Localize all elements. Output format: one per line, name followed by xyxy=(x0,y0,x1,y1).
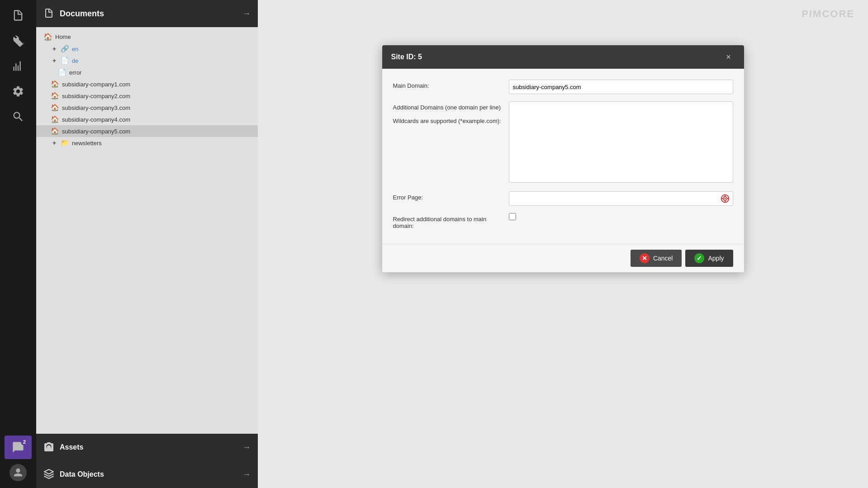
documents-panel: Documents → 🏠 Home + 🔗 en + 📄 de 📄 error xyxy=(36,0,258,488)
panel-header: Documents → xyxy=(36,0,258,27)
tree-item-label: Home xyxy=(55,33,71,40)
house-icon: 🏠 xyxy=(51,80,59,88)
redirect-field xyxy=(509,213,733,220)
tree-item-error[interactable]: 📄 error xyxy=(36,66,258,78)
assets-panel-item[interactable]: Assets → xyxy=(36,434,258,461)
sidebar-icon-chart[interactable] xyxy=(5,54,32,78)
cancel-icon: ✕ xyxy=(640,253,650,263)
chat-badge-count: 2 xyxy=(21,438,28,445)
tree-item-label: subsidiary-company3.com xyxy=(62,104,130,111)
sidebar-bottom: 2 xyxy=(0,436,36,488)
plus-icon[interactable]: + xyxy=(51,57,58,64)
redirect-checkbox-wrapper xyxy=(509,213,733,220)
sidebar-icon-settings[interactable] xyxy=(5,80,32,103)
document-tree: 🏠 Home + 🔗 en + 📄 de 📄 error 🏠 subsidiar… xyxy=(36,27,258,434)
main-domain-field xyxy=(509,80,733,94)
tree-item-de[interactable]: + 📄 de xyxy=(36,55,258,66)
additional-domains-label: Additional Domains (one domain per line)… xyxy=(393,101,502,124)
page-icon: 📄 xyxy=(58,68,66,76)
tree-item-label: subsidiary-company1.com xyxy=(62,81,130,88)
target-icon[interactable] xyxy=(721,194,730,203)
sidebar-icon-user[interactable] xyxy=(5,461,32,484)
house-icon: 🏠 xyxy=(51,115,59,123)
error-page-label: Error Page: xyxy=(393,191,502,201)
modal-footer: ✕ Cancel ✓ Apply xyxy=(382,244,744,272)
redirect-row: Redirect additional domains to main doma… xyxy=(393,213,733,229)
assets-arrow: → xyxy=(242,443,251,452)
tree-item-label: subsidiary-company5.com xyxy=(62,128,130,135)
tree-item-sub2[interactable]: 🏠 subsidiary-company2.com xyxy=(36,90,258,102)
additional-domains-row: Additional Domains (one domain per line)… xyxy=(393,101,733,184)
tree-item-label: newsletters xyxy=(72,140,102,147)
house-icon: 🏠 xyxy=(51,92,59,100)
modal-header: Site ID: 5 × xyxy=(382,45,744,69)
additional-domains-field xyxy=(509,101,733,184)
main-domain-input[interactable] xyxy=(509,80,733,94)
icon-sidebar: 2 xyxy=(0,0,36,488)
panel-title: Documents xyxy=(60,9,237,19)
plus-icon[interactable]: + xyxy=(51,139,58,147)
house-icon: 🏠 xyxy=(51,127,59,135)
cancel-button[interactable]: ✕ Cancel xyxy=(631,250,682,267)
cube-icon xyxy=(43,469,54,481)
error-page-field xyxy=(509,191,733,206)
panel-header-icon xyxy=(43,8,54,20)
folder-icon: 📁 xyxy=(61,139,69,147)
modal-close-button[interactable]: × xyxy=(722,51,735,63)
panel-expand-arrow[interactable]: → xyxy=(242,9,251,19)
data-objects-panel-item[interactable]: Data Objects → xyxy=(36,461,258,488)
redirect-label: Redirect additional domains to main doma… xyxy=(393,213,502,229)
bottom-panels: Assets → Data Objects → xyxy=(36,434,258,488)
additional-domains-textarea[interactable] xyxy=(509,101,733,183)
svg-point-2 xyxy=(724,198,726,199)
sidebar-icon-search[interactable] xyxy=(5,105,32,128)
house-icon: 🏠 xyxy=(51,104,59,112)
tree-item-label: en xyxy=(72,46,78,52)
tree-item-sub3[interactable]: 🏠 subsidiary-company3.com xyxy=(36,102,258,114)
apply-button[interactable]: ✓ Apply xyxy=(685,250,733,267)
tree-item-newsletters[interactable]: + 📁 newsletters xyxy=(36,137,258,149)
avatar xyxy=(9,464,27,481)
tree-item-sub5[interactable]: 🏠 subsidiary-company5.com xyxy=(36,125,258,137)
redirect-checkbox[interactable] xyxy=(509,213,516,220)
sidebar-icon-document[interactable] xyxy=(5,4,32,27)
tree-item-sub1[interactable]: 🏠 subsidiary-company1.com xyxy=(36,78,258,90)
assets-label: Assets xyxy=(60,443,237,451)
content-area: PIMCORE Site ID: 5 × Main Domain: A xyxy=(258,0,868,488)
apply-label: Apply xyxy=(708,255,724,262)
modal-overlay: Site ID: 5 × Main Domain: Additional Dom… xyxy=(258,0,868,488)
sidebar-icon-chat[interactable]: 2 xyxy=(5,436,32,459)
main-domain-row: Main Domain: xyxy=(393,80,733,94)
main-domain-label: Main Domain: xyxy=(393,80,502,89)
site-settings-modal: Site ID: 5 × Main Domain: Additional Dom… xyxy=(382,45,744,272)
link-icon: 🔗 xyxy=(61,45,69,53)
tree-item-en[interactable]: + 🔗 en xyxy=(36,43,258,55)
plus-icon[interactable]: + xyxy=(51,45,58,52)
data-objects-label: Data Objects xyxy=(60,470,237,479)
tree-item-label: subsidiary-company4.com xyxy=(62,116,130,123)
modal-title: Site ID: 5 xyxy=(391,53,722,61)
modal-body: Main Domain: Additional Domains (one dom… xyxy=(382,69,744,244)
tree-item-home[interactable]: 🏠 Home xyxy=(36,31,258,43)
tree-item-sub4[interactable]: 🏠 subsidiary-company4.com xyxy=(36,114,258,125)
house-icon: 🏠 xyxy=(43,33,52,41)
apply-icon: ✓ xyxy=(694,253,704,263)
tree-item-label: error xyxy=(69,69,81,76)
error-page-input[interactable] xyxy=(509,191,733,206)
error-page-input-wrapper xyxy=(509,191,733,206)
tree-item-label: de xyxy=(72,57,78,64)
cancel-label: Cancel xyxy=(653,255,673,262)
sidebar-icon-wrench[interactable] xyxy=(5,29,32,52)
error-page-row: Error Page: xyxy=(393,191,733,206)
tree-item-label: subsidiary-company2.com xyxy=(62,93,130,99)
camera-icon xyxy=(43,441,54,454)
data-objects-arrow: → xyxy=(242,470,251,479)
page-icon: 📄 xyxy=(61,57,69,65)
